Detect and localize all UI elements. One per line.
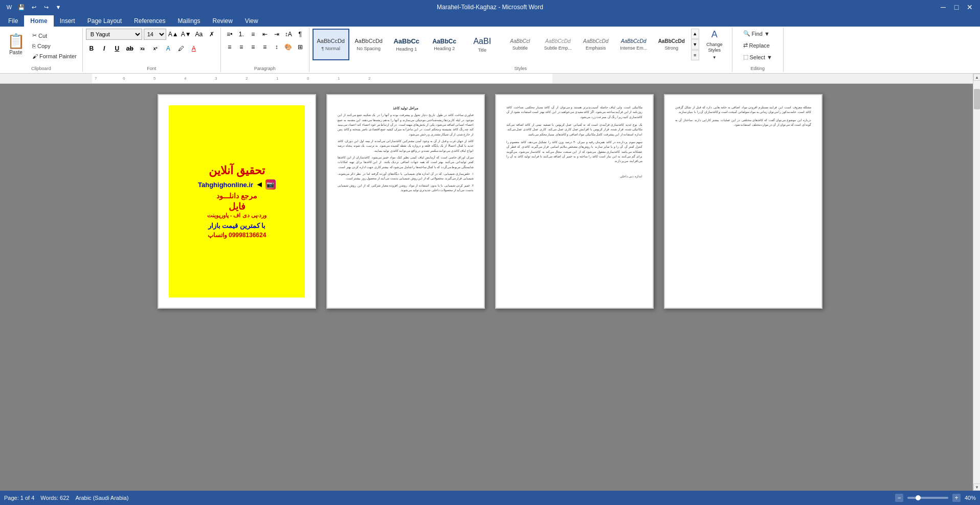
tab-file[interactable]: File bbox=[2, 15, 24, 27]
page4-content: مشکله معروف است. این فرایند مستلزم افزود… bbox=[675, 105, 811, 127]
align-center-button[interactable]: ≡ bbox=[236, 41, 247, 53]
maximize-button[interactable]: □ bbox=[950, 2, 963, 13]
style-intense-emp[interactable]: AaBbCcDd Intense Em... bbox=[615, 29, 652, 60]
italic-button[interactable]: I bbox=[99, 43, 110, 54]
font-group: B Yagut 14 A▲ A▼ Aa ✗ B I U ab x₂ x² A 🖊… bbox=[83, 28, 221, 72]
font-name-select[interactable]: B Yagut bbox=[86, 29, 142, 40]
tab-review[interactable]: Review bbox=[206, 15, 238, 27]
find-button[interactable]: 🔍 Find ▼ bbox=[741, 29, 772, 38]
styles-group-label: Styles bbox=[514, 66, 527, 71]
paste-label: Paste bbox=[9, 50, 23, 55]
minimize-button[interactable]: ─ bbox=[937, 2, 949, 13]
style-no-spacing[interactable]: AaBbCcDd No Spacing bbox=[350, 29, 387, 60]
style-strong[interactable]: AaBbCcDd Strong bbox=[653, 29, 690, 60]
ribbon-tabs: File Home Insert Page Layout References … bbox=[0, 14, 980, 27]
show-hide-button[interactable]: ¶ bbox=[295, 29, 306, 40]
justify-button[interactable]: ≡ bbox=[259, 41, 271, 53]
font-group-label: Font bbox=[147, 66, 156, 71]
strikethrough-button[interactable]: ab bbox=[124, 43, 136, 54]
style-subtle-emp-preview: AaBbCcDd bbox=[545, 38, 570, 44]
find-dropdown-icon: ▼ bbox=[764, 31, 770, 37]
change-styles-button[interactable]: A ChangeStyles ▼ bbox=[700, 29, 729, 60]
page3-signature: اندازه ذبی داخلی bbox=[506, 174, 642, 179]
decrease-indent-button[interactable]: ⇤ bbox=[259, 29, 271, 40]
status-bar-right: − + 40% bbox=[895, 494, 976, 502]
window-controls: ─ □ ✕ bbox=[937, 2, 976, 13]
vertical-scrollbar[interactable]: ▲ ▼ bbox=[973, 74, 980, 491]
paste-icon: 📋 bbox=[7, 33, 25, 50]
tab-references[interactable]: References bbox=[128, 15, 171, 27]
text-highlight-button[interactable]: 🖊 bbox=[175, 43, 187, 54]
scroll-thumb[interactable] bbox=[974, 89, 980, 109]
style-subtle-emp[interactable]: AaBbCcDd Subtle Emp... bbox=[540, 29, 576, 60]
style-heading2[interactable]: AaBbCc Heading 2 bbox=[426, 29, 463, 60]
scroll-up-arrow[interactable]: ▲ bbox=[973, 74, 980, 81]
style-heading1[interactable]: AaBbCc Heading 1 bbox=[388, 29, 425, 60]
subscript-button[interactable]: x₂ bbox=[137, 43, 148, 54]
copy-button[interactable]: ⎘ Copy bbox=[30, 41, 79, 51]
style-subtitle[interactable]: AaBbCcl Subtitle bbox=[502, 29, 539, 60]
underline-button[interactable]: U bbox=[112, 43, 123, 54]
zoom-in-button[interactable]: + bbox=[952, 494, 961, 502]
format-painter-button[interactable]: 🖌 Format Painter bbox=[30, 52, 79, 61]
styles-expand-button[interactable]: ≡ bbox=[691, 50, 699, 60]
page2-paragraph1: فناوری ساخت کاغذ در طول تاریخ دچار تحول … bbox=[338, 113, 474, 137]
tab-view[interactable]: View bbox=[239, 15, 264, 27]
tab-page-layout[interactable]: Page Layout bbox=[81, 15, 128, 27]
clear-format-button[interactable]: ✗ bbox=[206, 29, 217, 40]
replace-button[interactable]: ⇄ Replace bbox=[741, 40, 772, 50]
bullets-button[interactable]: ≡• bbox=[224, 29, 235, 40]
increase-indent-button[interactable]: ⇥ bbox=[271, 29, 282, 40]
window-title: Marahel-Tolid-Kaghaz - Microsoft Word bbox=[437, 4, 543, 11]
shading-button[interactable]: 🎨 bbox=[283, 41, 294, 53]
style-normal[interactable]: AaBbCcDd ¶ Normal bbox=[313, 29, 349, 60]
style-no-spacing-preview: AaBbCcDd bbox=[355, 38, 383, 44]
cut-button[interactable]: ✂ Cut bbox=[30, 31, 79, 40]
numbering-button[interactable]: 1. bbox=[236, 29, 247, 40]
style-normal-label: ¶ Normal bbox=[322, 46, 340, 51]
tab-mailings[interactable]: Mailings bbox=[171, 15, 206, 27]
zoom-slider[interactable] bbox=[907, 497, 948, 499]
select-button[interactable]: ⬚ Select ▼ bbox=[741, 52, 775, 62]
language-indicator: Arabic (Saudi Arabia) bbox=[75, 495, 128, 501]
redo-button[interactable]: ↪ bbox=[41, 2, 51, 12]
bold-button[interactable]: B bbox=[86, 43, 97, 54]
select-label: Select bbox=[750, 54, 766, 60]
find-label: Find bbox=[752, 31, 763, 37]
borders-button[interactable]: ⊞ bbox=[295, 41, 306, 53]
sort-button[interactable]: ↕A bbox=[283, 29, 294, 40]
increase-font-button[interactable]: A▲ bbox=[168, 29, 179, 40]
style-normal-preview: AaBbCcDd bbox=[317, 38, 345, 44]
undo-button[interactable]: ↩ bbox=[29, 2, 39, 12]
scroll-down-arrow[interactable]: ▼ bbox=[973, 484, 980, 491]
page2-content: مراحل تولید کاغذ فناوری ساخت کاغذ در طول… bbox=[338, 105, 474, 193]
save-button[interactable]: 💾 bbox=[16, 2, 27, 12]
cut-label: Cut bbox=[38, 33, 47, 39]
style-no-spacing-label: No Spacing bbox=[357, 46, 381, 51]
close-button[interactable]: ✕ bbox=[964, 2, 976, 13]
styles-scroll-up-button[interactable]: ▲ bbox=[691, 29, 699, 39]
font-color-button[interactable]: A bbox=[188, 43, 199, 54]
change-case-button[interactable]: Aa bbox=[193, 29, 205, 40]
customize-qat-button[interactable]: ▼ bbox=[53, 2, 63, 12]
word-icon: W bbox=[4, 2, 14, 12]
zoom-out-button[interactable]: − bbox=[895, 494, 903, 502]
tab-insert[interactable]: Insert bbox=[54, 15, 81, 27]
paste-button[interactable]: 📋 Paste bbox=[3, 29, 29, 59]
style-title[interactable]: AaBI Title bbox=[464, 29, 501, 60]
line-spacing-button[interactable]: ↕ bbox=[271, 41, 282, 53]
page-2: مراحل تولید کاغذ فناوری ساخت کاغذ در طول… bbox=[326, 94, 485, 309]
decrease-font-button[interactable]: A▼ bbox=[181, 29, 192, 40]
styles-scroll-down-button[interactable]: ▼ bbox=[691, 39, 699, 50]
style-heading2-label: Heading 2 bbox=[434, 46, 455, 51]
text-effects-button[interactable]: A bbox=[163, 43, 174, 54]
align-left-button[interactable]: ≡ bbox=[224, 41, 235, 53]
style-emphasis[interactable]: AaBbCcDd Emphasis bbox=[577, 29, 614, 60]
multilevel-list-button[interactable]: ≡ bbox=[248, 29, 259, 40]
page2-paragraph3: میزان اوراق خاصی است که آزمایش لیاف کیمی… bbox=[338, 155, 474, 170]
font-size-select[interactable]: 14 bbox=[144, 29, 166, 40]
align-right-button[interactable]: ≡ bbox=[248, 41, 259, 53]
superscript-button[interactable]: x² bbox=[150, 43, 161, 54]
tab-home[interactable]: Home bbox=[24, 15, 53, 27]
style-strong-preview: AaBbCcDd bbox=[658, 38, 685, 44]
